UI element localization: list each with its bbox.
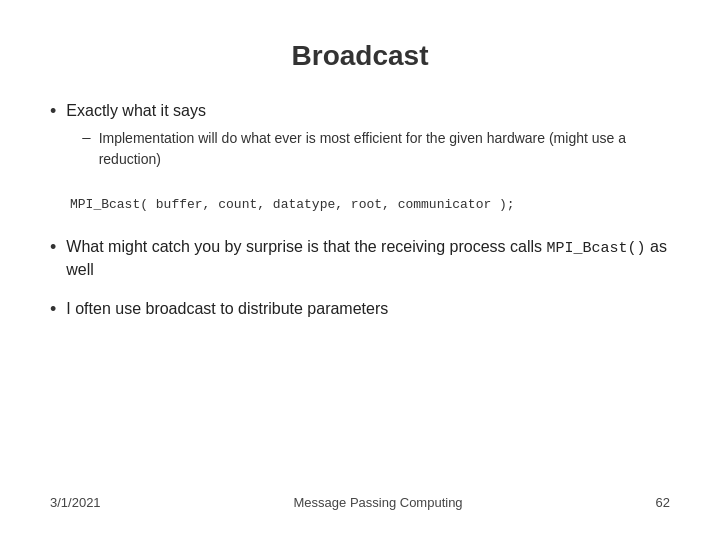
bullet-3-text: I often use broadcast to distribute para…	[66, 298, 388, 320]
code-block: MPI_Bcast( buffer, count, datatype, root…	[50, 195, 670, 215]
bullet-dot-2: •	[50, 237, 56, 258]
bullet-1-body: Exactly what it says – Implementation wi…	[66, 100, 670, 169]
slide-title: Broadcast	[50, 40, 670, 72]
slide-content: • Exactly what it says – Implementation …	[50, 100, 670, 485]
bullet-dot-3: •	[50, 299, 56, 320]
sub-dash-1: –	[82, 128, 90, 145]
bullet-item-2: • What might catch you by surprise is th…	[50, 236, 670, 281]
bullet-2-text: What might catch you by surprise is that…	[66, 236, 670, 281]
footer-title: Message Passing Computing	[294, 495, 463, 510]
bullet-1-text: Exactly what it says	[66, 102, 206, 119]
slide-footer: 3/1/2021 Message Passing Computing 62	[50, 485, 670, 510]
footer-page: 62	[656, 495, 670, 510]
bullet-item-3: • I often use broadcast to distribute pa…	[50, 298, 670, 320]
bullet-2-inline-code: MPI_Bcast()	[547, 240, 646, 257]
sub-bullet-group-1: – Implementation will do what ever is mo…	[82, 128, 670, 169]
sub-bullet-1-1-text: Implementation will do what ever is most…	[99, 128, 670, 169]
bullet-2-text-before: What might catch you by surprise is that…	[66, 238, 546, 255]
footer-date: 3/1/2021	[50, 495, 101, 510]
slide: Broadcast • Exactly what it says – Imple…	[0, 0, 720, 540]
bullet-item-1: • Exactly what it says – Implementation …	[50, 100, 670, 169]
bullet-dot-1: •	[50, 101, 56, 122]
sub-bullet-1-1: – Implementation will do what ever is mo…	[82, 128, 670, 169]
